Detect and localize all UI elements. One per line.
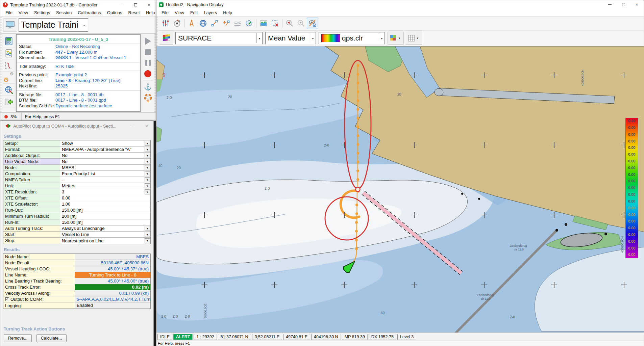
setting-value-cell[interactable]: Meters▾	[60, 183, 150, 189]
menu-item-view[interactable]: View	[16, 10, 31, 15]
minimize-button[interactable]	[603, 0, 617, 9]
menu-item-session[interactable]: Session	[53, 10, 75, 15]
setting-value-cell[interactable]: 150.00 [m]	[60, 207, 150, 213]
setting-value: From Priority List	[62, 171, 145, 176]
dropdown-arrow-icon[interactable]: ▾	[145, 183, 150, 188]
setting-label: Use Virtual Node:	[3, 159, 60, 164]
navigation-titlebar[interactable]: Untitled2 - Navigation Display ×	[156, 0, 644, 9]
setting-value-cell[interactable]: No▾	[60, 153, 150, 158]
session-export-icon[interactable]	[2, 96, 15, 108]
dropdown-arrow-icon[interactable]: ▾	[145, 165, 150, 170]
computation-display-icon[interactable]	[2, 35, 15, 47]
setting-value-cell[interactable]: From Priority List▾	[60, 171, 150, 177]
close-button[interactable]: ×	[142, 0, 156, 9]
dropdown-arrow-icon[interactable]: ▾	[145, 226, 150, 231]
menu-item-help[interactable]: Help	[220, 10, 235, 15]
menu-item-edit[interactable]: Edit	[187, 10, 201, 15]
setting-value: 1.00	[62, 202, 150, 207]
dropdown-arrow-icon[interactable]: ▾	[145, 232, 150, 237]
setting-value-cell[interactable]: 0.00	[60, 195, 150, 201]
zoom-next-icon[interactable]	[295, 18, 307, 29]
view-settings-icon[interactable]	[160, 18, 171, 29]
setting-value-cell[interactable]: NMEA APA - Autopilot Sentence "A"▾	[60, 147, 150, 152]
controller-titlebar[interactable]: Template Training 2022-01-17.db - Contro…	[0, 0, 156, 9]
settings-gears-icon[interactable]: ⚙ ⚙	[2, 72, 15, 84]
colormap-button[interactable]	[160, 32, 173, 45]
dropdown-arrow-icon[interactable]: ▾	[145, 141, 150, 146]
setting-value-cell[interactable]: --▾	[60, 177, 150, 183]
line-segment-icon[interactable]	[209, 18, 220, 29]
template-selector[interactable]: Template Traini ⌄	[19, 18, 88, 32]
display-properties-icon[interactable]	[307, 18, 318, 29]
pause-icon[interactable]	[142, 57, 154, 68]
sounding-grid-icon[interactable]	[2, 47, 15, 59]
dropdown-arrow-icon[interactable]: ▾	[145, 177, 150, 182]
dropdown-arrow-icon[interactable]: ▾	[145, 153, 150, 158]
maximize-button[interactable]	[617, 0, 630, 9]
stop-icon[interactable]	[142, 47, 154, 57]
profile-chart-icon[interactable]	[258, 18, 269, 29]
menu-item-help[interactable]: Help	[143, 10, 158, 15]
colorbar-value: 0.00	[625, 164, 638, 171]
clear-selection-icon[interactable]	[269, 18, 281, 29]
add-point-line-icon[interactable]	[220, 18, 232, 29]
close-button[interactable]: ×	[140, 121, 153, 131]
measure-compass-icon[interactable]	[186, 18, 197, 29]
minimize-button[interactable]	[126, 121, 140, 131]
setting-value-cell[interactable]: 200 [m]	[60, 213, 150, 219]
result-row: Logging:Enabled	[3, 302, 150, 309]
record-icon[interactable]	[142, 68, 154, 79]
dropdown-arrow-icon[interactable]: ▾	[145, 189, 150, 194]
remove-button[interactable]: Remove...	[4, 334, 32, 342]
color-fill-dropdown-button[interactable]: ▾	[388, 32, 404, 45]
maximize-button[interactable]	[129, 0, 142, 9]
menu-item-file[interactable]: File	[2, 10, 16, 15]
monitor-icon	[5, 21, 15, 29]
setting-value-cell[interactable]: 1.00	[60, 201, 150, 207]
autopilot-titlebar[interactable]: AutoPilot Output to COM4 - Autopiliot ou…	[0, 121, 153, 131]
setting-value-cell[interactable]: 3▾	[60, 189, 150, 195]
colormap-combo[interactable]: qps.clr ▾	[319, 32, 385, 44]
layer-combo[interactable]: SURFACE ▾	[175, 32, 263, 44]
template-selector-value: Template Traini	[21, 20, 83, 30]
display-manager-button[interactable]	[3, 18, 17, 32]
menu-item-options[interactable]: Options	[104, 10, 125, 15]
line-planning-icon[interactable]	[2, 59, 15, 72]
dropdown-arrow-icon[interactable]: ▾	[145, 147, 150, 152]
dropdown-arrow-icon[interactable]: ▾	[145, 238, 150, 243]
dropdown-arrow-icon[interactable]: ▾	[145, 171, 150, 176]
result-label: Velocity Across / Along:	[3, 290, 75, 296]
menu-item-settings[interactable]: Settings	[31, 10, 53, 15]
turning-track-actions: Remove...Calculate...	[3, 333, 151, 343]
grid-dropdown-button[interactable]: ▾	[406, 32, 422, 45]
geodetic-globe-icon[interactable]	[2, 84, 15, 96]
menu-item-file[interactable]: File	[158, 10, 172, 15]
calculate-button[interactable]: Calculate...	[36, 334, 67, 342]
menu-item-reset[interactable]: Reset	[125, 10, 143, 15]
contours-icon[interactable]	[232, 18, 243, 29]
anchor-icon[interactable]: ⚓	[142, 81, 154, 92]
output-checkbox[interactable]: ✓	[5, 297, 9, 301]
setting-value-cell[interactable]: Vessel to Line▾	[60, 232, 150, 237]
menu-item-calibrations[interactable]: Calibrations	[75, 10, 104, 15]
edit-polygon-icon[interactable]	[243, 18, 255, 29]
globe-icon[interactable]	[197, 18, 209, 29]
minimize-button[interactable]	[115, 0, 129, 9]
setting-value-cell[interactable]: Nearest point on Line▾	[60, 238, 150, 244]
chart-map[interactable]: 2-020202-040202-0602-02-02-02-040Zeeland…	[156, 46, 644, 332]
result-row: Node Name:MBES	[3, 254, 150, 260]
setting-value-cell[interactable]: 150.00 [m]	[60, 219, 150, 225]
north-compass-icon[interactable]: N	[171, 18, 183, 29]
setting-value-cell[interactable]: Always at Linechange▾	[60, 225, 150, 231]
attribute-combo[interactable]: Mean Value ▾	[265, 32, 316, 44]
dropdown-arrow-icon[interactable]: ▾	[145, 159, 150, 164]
play-icon[interactable]	[142, 36, 154, 47]
menu-item-layers[interactable]: Layers	[201, 10, 220, 15]
setting-value-cell[interactable]: Show▾	[60, 140, 150, 146]
setting-value-cell[interactable]: No▾	[60, 159, 150, 164]
menu-item-view[interactable]: View	[172, 10, 187, 15]
setting-value-cell[interactable]: MBES▾	[60, 165, 150, 170]
close-button[interactable]: ×	[630, 0, 644, 9]
helm-icon[interactable]	[142, 92, 154, 103]
zoom-previous-icon[interactable]	[284, 18, 295, 29]
